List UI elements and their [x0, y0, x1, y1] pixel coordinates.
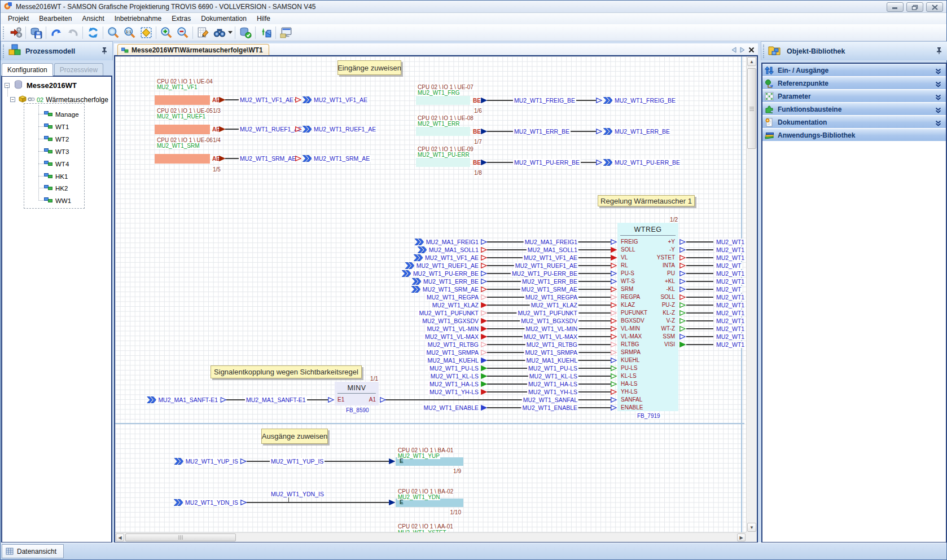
- tree-item-hk2[interactable]: HK2: [44, 184, 68, 192]
- tab-close-icon[interactable]: [748, 45, 755, 55]
- output-pin-arrow-icon: [679, 334, 686, 339]
- library-section-dokumentation[interactable]: Dokumentation: [762, 116, 946, 128]
- export-config-icon[interactable]: [7, 25, 24, 40]
- menu-item-inbetriebnahme[interactable]: Inbetriebnahme: [109, 14, 166, 24]
- database-icon: [14, 80, 23, 91]
- section-expand-chevron-icon[interactable]: [935, 93, 941, 103]
- document-tab[interactable]: Messe2016WT\Wärmetauscherfolge\WT1: [117, 44, 269, 55]
- data-view-tab[interactable]: Datenansicht: [2, 544, 64, 558]
- find-binoculars-icon[interactable]: [211, 25, 227, 40]
- scroll-up-button[interactable]: ▲: [747, 57, 756, 66]
- toolbar-separator: [46, 27, 46, 39]
- signal-label: MU2_WT1_FREIG_BE: [613, 97, 677, 104]
- clipped-output-label: MU2_WT1: [715, 333, 746, 340]
- signal-source-group: MU2_WT1_HA-LS: [428, 381, 480, 387]
- vertical-scrollbar[interactable]: ▲ ▼: [746, 56, 757, 532]
- source-arrow-icon: [481, 326, 487, 332]
- tab-konfiguration[interactable]: Konfiguration: [2, 63, 53, 76]
- tree-item-hk1[interactable]: HK1: [44, 173, 68, 180]
- tree-item-manage[interactable]: Manage: [44, 111, 79, 118]
- diagram-tab-icon: [121, 47, 129, 53]
- tree-item-label: WW1: [55, 197, 71, 204]
- io-index-label: 1/3: [212, 108, 221, 114]
- sheet-edit-icon[interactable]: [195, 25, 211, 40]
- input-pin-arrow-icon: [611, 239, 617, 245]
- scroll-right-button[interactable]: ▶: [737, 533, 746, 541]
- off-page-connector-icon: [411, 286, 420, 293]
- scroll-down-button[interactable]: ▼: [747, 523, 756, 532]
- section-expand-chevron-icon[interactable]: [935, 106, 941, 116]
- horizontal-scrollbar[interactable]: ◀ ▶: [115, 532, 746, 542]
- section-expand-chevron-icon[interactable]: [935, 80, 941, 90]
- signal-mid-label: MU2_WT1_SANFAL: [522, 396, 578, 403]
- library-section-referenzpunkte[interactable]: Referenzpunkte: [762, 77, 946, 89]
- maximize-button[interactable]: [906, 2, 923, 12]
- tree-root-node[interactable]: −Messe2016WT: [5, 80, 77, 91]
- toolbar-separator: [275, 27, 276, 39]
- signal-label: MU2_WT1_VF1_AE: [424, 254, 480, 261]
- block-page-label: 1/2: [669, 217, 678, 223]
- section-expand-chevron-icon[interactable]: [935, 119, 941, 129]
- signal-line: [686, 344, 713, 345]
- signal-mid-label: MU2_MA1_FREIG1: [524, 239, 578, 245]
- io-channel-label: CPU 02 \ IO 1 \ UE-09: [417, 146, 474, 152]
- vscroll-thumb[interactable]: [747, 68, 756, 149]
- zoom-1to1-icon[interactable]: 1:1: [121, 25, 138, 40]
- tree-item-wt1[interactable]: WT1: [44, 123, 69, 131]
- scroll-left-button[interactable]: ◀: [116, 533, 124, 541]
- undo-icon[interactable]: [48, 25, 64, 40]
- library-section-ein-ausg-nge[interactable]: Ein- / Ausgänge: [762, 64, 946, 76]
- tree-item-ww1[interactable]: WW1: [44, 197, 71, 205]
- source-arrow-icon: [481, 318, 487, 324]
- find-dropdown-icon[interactable]: [227, 25, 233, 40]
- tab-scroll-left-icon[interactable]: [731, 45, 736, 55]
- hscroll-thumb[interactable]: [125, 533, 236, 541]
- database-check-icon[interactable]: [237, 25, 253, 40]
- off-page-connector-icon: [418, 246, 427, 253]
- menu-item-projekt[interactable]: Projekt: [3, 14, 34, 24]
- save-icon[interactable]: [28, 25, 44, 40]
- tree-expander[interactable]: −: [10, 97, 15, 102]
- menu-item-dokumentation[interactable]: Dokumentation: [196, 14, 252, 24]
- left-panel-title: Prozessmodell: [25, 47, 75, 55]
- model-structure-icon[interactable]: [257, 25, 274, 40]
- io-arrows-icon: [764, 66, 774, 75]
- tree-item-wt3[interactable]: WT3: [44, 148, 69, 156]
- pin-icon[interactable]: [936, 46, 942, 56]
- library-section-funktionsbausteine[interactable]: Funktionsbausteine: [762, 103, 946, 115]
- menu-item-bearbeiten[interactable]: Bearbeiten: [34, 14, 77, 24]
- pin-icon[interactable]: [101, 46, 108, 56]
- function-puzzle-icon: [764, 105, 774, 114]
- library-section-parameter[interactable]: Parameter: [762, 90, 946, 102]
- close-button[interactable]: [926, 2, 943, 12]
- zoom-window-icon[interactable]: [105, 25, 121, 40]
- library-section-label: Parameter: [778, 92, 811, 100]
- signal-source-group: MU2_WT1_SRM_AE: [411, 286, 480, 293]
- block-output-pin-label: INTA: [663, 262, 675, 268]
- tab-prozessview[interactable]: Prozessview: [54, 63, 103, 76]
- block-output-pin-label: +Y: [668, 239, 675, 245]
- menu-item-ansicht[interactable]: Ansicht: [77, 14, 109, 24]
- signal-mid-label: MU2_WT1_HA-LS: [527, 381, 578, 387]
- signal-mid-label: MU2_WT1_KLAZ: [530, 302, 578, 308]
- diagram-canvas[interactable]: Eingänge zuweisenRegelung Wärmetauscher …: [115, 56, 746, 532]
- zoom-out-icon[interactable]: [174, 25, 191, 40]
- section-expand-chevron-icon[interactable]: [935, 67, 941, 77]
- redo-icon[interactable]: [64, 25, 81, 40]
- library-section-anwendungs-bibliothek[interactable]: Anwendungs-Bibliothek: [762, 129, 946, 141]
- remote-monitor-icon[interactable]: [278, 25, 294, 40]
- zoom-fit-icon[interactable]: [138, 25, 154, 40]
- clipped-output-label: MU2_WT1: [715, 254, 746, 261]
- tab-scroll-right-icon[interactable]: [740, 45, 745, 55]
- zoom-in-icon[interactable]: [158, 25, 174, 40]
- block-title: MINV: [347, 384, 366, 392]
- refresh-icon[interactable]: [85, 25, 101, 40]
- signal-source-group: MU2_MA1_KUEHL: [427, 357, 480, 364]
- minimize-button[interactable]: [887, 2, 904, 12]
- tree-item-wt4[interactable]: WT4: [44, 160, 69, 168]
- tree-item-wt2[interactable]: WT2: [44, 135, 69, 143]
- block-input-pin-label: WT-S: [621, 278, 635, 284]
- menu-item-extras[interactable]: Extras: [166, 14, 196, 24]
- menu-item-hilfe[interactable]: Hilfe: [252, 14, 275, 24]
- left-panel-tabs: KonfigurationProzessview: [1, 60, 113, 76]
